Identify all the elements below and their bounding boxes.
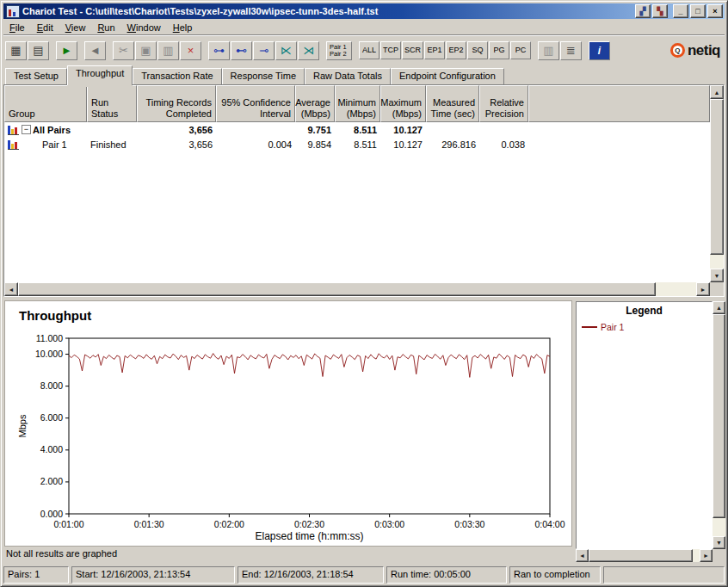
col-maximum[interactable]: Maximum (Mbps) [380,85,426,122]
scroll-track[interactable] [589,549,700,562]
pair-selector-button[interactable]: Pair 1Pair 2 [326,41,352,60]
table-row-pair-1[interactable]: Pair 1 Finished 3,656 0.004 9.854 8.511 … [4,137,710,151]
extra-icon-button-1[interactable]: ▞ [635,4,651,18]
filter-pair-group-button[interactable]: PG [489,41,509,59]
scroll-thumb[interactable] [18,282,656,296]
collapse-icon[interactable]: − [22,125,31,134]
run-status-cell [87,122,137,137]
app-icon [6,5,20,18]
column-chooser-button[interactable]: ▥ [538,41,559,60]
scroll-up-icon[interactable]: ▲ [713,301,725,314]
table-horizontal-scrollbar[interactable]: ◄ ► [4,282,710,296]
legend-vertical-scrollbar[interactable]: ▲ ▼ [713,301,725,549]
copy-button[interactable]: ▣ [135,41,157,60]
maximize-button[interactable]: □ [690,4,706,18]
filter-service-quality-button[interactable]: SQ [467,41,488,59]
col-measured-time[interactable]: Measured Time (sec) [426,85,479,122]
replicate-pair-button[interactable]: ⋉ [275,41,297,60]
help-button[interactable]: i [589,41,610,60]
run-test-button[interactable]: ► [56,41,77,60]
add-pair-group-button[interactable]: ⊷ [231,41,252,60]
group-cell: Pair 1 [4,137,87,151]
tab-endpoint-configuration[interactable]: Endpoint Configuration [391,68,504,85]
svg-text:8.000: 8.000 [40,380,63,391]
status-bar: Pairs: 1 Start: 12/16/2003, 21:13:54 End… [3,566,725,584]
status-filler [603,566,725,584]
scroll-right-icon[interactable]: ► [696,282,710,296]
minimum-cell: 8.511 [335,137,380,151]
table-vertical-scrollbar[interactable]: ▲ ▼ [710,85,724,282]
menu-run[interactable]: Run [91,21,120,34]
scroll-up-icon[interactable]: ▲ [710,85,724,99]
scroll-track[interactable] [18,282,696,296]
toolbar-separator [107,41,113,60]
tab-raw-data-totals[interactable]: Raw Data Totals [305,68,391,85]
graph-icon [8,139,19,150]
minimize-button[interactable]: _ [673,4,688,18]
cut-button[interactable]: ✂ [113,41,134,60]
scrollbar-corner [713,549,725,562]
filter-endpoint1-button[interactable]: EP1 [424,41,445,59]
scroll-down-icon[interactable]: ▼ [710,269,724,282]
group-cell: − All Pairs [4,122,87,137]
col-timing-records[interactable]: Timing Records Completed [137,85,216,122]
menu-bar: FileEditViewRunWindowHelp [3,19,725,35]
toolbar-separator [320,41,326,60]
edit-pair-button[interactable]: ⊸ [253,41,275,60]
menu-edit[interactable]: Edit [31,21,59,34]
group-label: All Pairs [33,125,71,135]
print-button[interactable]: ▤ [28,41,49,60]
table-row-all-pairs[interactable]: − All Pairs 3,656 9.751 8.511 10.127 [4,122,710,137]
scroll-left-icon[interactable]: ◄ [4,282,18,296]
scroll-thumb[interactable] [713,314,725,518]
average-cell: 9.854 [295,137,335,151]
legend-horizontal-scrollbar[interactable]: ◄ ► [576,549,713,562]
legend-entry-pair1[interactable]: Pair 1 [577,317,712,332]
title-bar[interactable]: Chariot Test - C:\util\test\Chariot\Test… [3,3,725,19]
scroll-down-icon[interactable]: ▼ [713,536,725,549]
swap-endpoints-button[interactable]: ⋊ [298,41,319,60]
filter-pc-button[interactable]: PC [510,41,531,59]
filter-script-button[interactable]: SCR [402,41,423,59]
scroll-left-icon[interactable]: ◄ [576,549,589,562]
svg-text:Mbps: Mbps [17,414,28,437]
scroll-right-icon[interactable]: ► [700,549,713,562]
filter-tcp-button[interactable]: TCP [380,41,401,59]
netiq-wordmark: netiq [688,42,720,59]
scroll-thumb[interactable] [589,549,693,562]
tab-test-setup[interactable]: Test Setup [5,68,67,85]
filter-endpoint2-button[interactable]: EP2 [446,41,466,59]
col-minimum[interactable]: Minimum (Mbps) [335,85,380,122]
toolbar-separator [50,41,56,60]
col-average[interactable]: Average (Mbps) [295,85,335,122]
status-pairs: Pairs: 1 [3,566,69,584]
series-line-swatch [582,326,597,328]
col-confidence-interval[interactable]: 95% Confidence Interval [216,85,295,122]
col-group[interactable]: Group [4,85,87,122]
tab-throughput[interactable]: Throughput [67,65,133,85]
paste-button[interactable]: ▥ [157,41,179,60]
col-run-status[interactable]: Run Status [87,85,137,122]
scroll-track[interactable] [710,99,724,269]
menu-file[interactable]: File [3,21,31,34]
add-pair-button[interactable]: ⊶ [208,41,230,60]
svg-text:0:04:00: 0:04:00 [534,519,565,529]
toolbar: ▦▤►◄✂▣▥×⊶⊷⊸⋉⋊Pair 1Pair 2ALLTCPSCREP1EP2… [3,35,725,65]
tab-transaction-rate[interactable]: Transaction Rate [133,68,221,85]
scroll-track[interactable] [713,314,725,536]
precision-cell: 0.038 [479,137,528,151]
new-test-button[interactable]: ▦ [5,41,27,60]
scroll-thumb[interactable] [710,99,724,255]
abort-run-button[interactable]: ◄ [84,41,106,60]
delete-button[interactable]: × [180,41,201,60]
menu-window[interactable]: Window [121,21,167,34]
menu-help[interactable]: Help [167,21,199,34]
extra-icon-button-2[interactable]: ▚ [652,4,668,18]
close-button[interactable]: × [707,4,723,18]
filter-all-button[interactable]: ALL [359,41,379,59]
tab-response-time[interactable]: Response Time [222,68,305,85]
report-view-button[interactable]: ≣ [560,41,582,60]
menu-view[interactable]: View [59,21,92,34]
col-relative-precision[interactable]: Relative Precision [479,85,528,122]
status-run-time: Run time: 00:05:00 [386,566,507,584]
